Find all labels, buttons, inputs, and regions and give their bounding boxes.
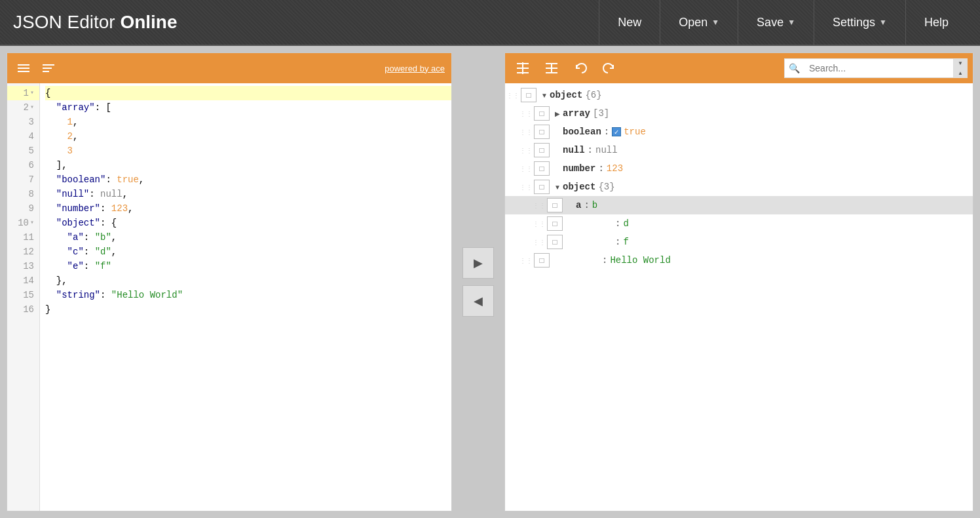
main-content: powered by ace 1▾ 2▾ 3 4 5 6 7 8 9 10▾ 1… xyxy=(0,46,980,518)
tree-row-null[interactable]: ⋮⋮ □ null : null xyxy=(505,141,973,159)
toggle-icon[interactable]: ▼ xyxy=(552,184,563,191)
code-line-9: "number": 123, xyxy=(45,201,451,216)
tree-row-c[interactable]: ⋮⋮ □ : d xyxy=(505,214,973,233)
left-arrow-button[interactable]: ◀ xyxy=(462,285,494,317)
row-val: f xyxy=(623,237,628,247)
code-editor[interactable]: 1▾ 2▾ 3 4 5 6 7 8 9 10▾ 11 12 13 14 15 1… xyxy=(7,83,451,511)
row-icon[interactable]: □ xyxy=(534,253,550,268)
drag-handle[interactable]: ⋮⋮ xyxy=(518,147,534,154)
drag-handle[interactable]: ⋮⋮ xyxy=(531,202,547,209)
line-num-16: 16 xyxy=(7,302,39,317)
row-val: Hello World xyxy=(610,255,670,266)
right-panel: 🔍 ▼ ▲ ⋮⋮ □ ▼ object {6} ⋮⋮ □ ▶ xyxy=(504,52,973,511)
help-button[interactable]: Help xyxy=(905,0,967,45)
collapse-all-button[interactable] xyxy=(539,58,564,78)
save-button[interactable]: Save ▼ xyxy=(738,0,814,45)
tree-view[interactable]: ⋮⋮ □ ▼ object {6} ⋮⋮ □ ▶ array [3] ⋮⋮ □ … xyxy=(505,83,973,511)
search-box: 🔍 ▼ ▲ xyxy=(784,58,968,78)
row-val: {3} xyxy=(598,182,614,192)
row-icon[interactable]: □ xyxy=(534,143,550,157)
row-colon: : xyxy=(604,127,609,137)
line-num-10: 10▾ xyxy=(7,216,39,230)
tree-row-boolean[interactable]: ⋮⋮ □ boolean : ✓ true xyxy=(505,123,973,141)
row-key: null xyxy=(563,145,585,155)
undo-button[interactable] xyxy=(568,58,593,78)
code-line-6: ], xyxy=(45,158,451,172)
row-icon[interactable]: □ xyxy=(534,125,550,139)
row-icon[interactable]: □ xyxy=(534,180,550,194)
undo-icon xyxy=(573,61,588,75)
row-colon: : xyxy=(584,200,589,210)
row-key: array xyxy=(563,108,590,119)
format-button[interactable] xyxy=(14,62,33,75)
row-icon[interactable]: □ xyxy=(521,88,537,102)
tree-row-e[interactable]: ⋮⋮ □ : f xyxy=(505,233,973,251)
line-num-5: 5 xyxy=(7,144,39,158)
right-arrow-button[interactable]: ▶ xyxy=(462,247,494,279)
row-val: null xyxy=(595,145,618,155)
tree-row-string[interactable]: ⋮⋮ □ : Hello World xyxy=(505,251,973,269)
toggle-icon[interactable]: ▶ xyxy=(552,110,563,117)
tree-row-root[interactable]: ⋮⋮ □ ▼ object {6} xyxy=(505,86,973,104)
row-colon: : xyxy=(598,163,603,174)
tree-row-a[interactable]: ⋮⋮ □ a : b xyxy=(505,196,973,214)
row-val: d xyxy=(623,218,628,229)
expand-all-button[interactable] xyxy=(510,58,535,78)
drag-handle[interactable]: ⋮⋮ xyxy=(518,184,534,191)
row-icon[interactable]: □ xyxy=(534,106,550,121)
save-label: Save xyxy=(757,16,783,30)
code-line-12: "c": "d", xyxy=(45,245,451,259)
row-key: object xyxy=(550,90,582,100)
code-line-4: 2, xyxy=(45,129,451,144)
drag-handle[interactable]: ⋮⋮ xyxy=(518,165,534,172)
row-icon[interactable]: □ xyxy=(547,198,563,212)
row-icon[interactable]: □ xyxy=(547,235,563,249)
code-lines[interactable]: { "array": [ 1, 2, 3 ], "boolean": true,… xyxy=(40,83,451,511)
row-key: number xyxy=(563,163,595,174)
settings-label: Settings xyxy=(833,16,875,30)
settings-button[interactable]: Settings ▼ xyxy=(814,0,905,45)
line-num-4: 4 xyxy=(7,129,39,144)
app-title-normal: JSON Editor xyxy=(13,12,120,32)
code-line-13: "e": "f" xyxy=(45,259,451,273)
line-num-3: 3 xyxy=(7,115,39,129)
redo-button[interactable] xyxy=(597,58,622,78)
powered-by-link[interactable]: powered by ace xyxy=(385,64,445,73)
tree-row-number[interactable]: ⋮⋮ □ number : 123 xyxy=(505,159,973,178)
open-button[interactable]: Open ▼ xyxy=(660,0,738,45)
new-button[interactable]: New xyxy=(599,0,660,45)
toggle-icon[interactable]: ▼ xyxy=(539,92,550,99)
row-val: {6} xyxy=(585,90,601,100)
code-line-1: { xyxy=(45,86,451,100)
search-up-button[interactable]: ▲ xyxy=(954,68,967,78)
line-num-6: 6 xyxy=(7,158,39,172)
row-icon[interactable]: □ xyxy=(534,161,550,176)
boolean-checkbox[interactable]: ✓ xyxy=(612,127,621,136)
line-num-9: 9 xyxy=(7,201,39,216)
code-line-5: 3 xyxy=(45,144,451,158)
code-line-10: "object": { xyxy=(45,216,451,230)
drag-handle[interactable]: ⋮⋮ xyxy=(531,220,547,228)
tree-row-object[interactable]: ⋮⋮ □ ▼ object {3} xyxy=(505,178,973,196)
line-numbers: 1▾ 2▾ 3 4 5 6 7 8 9 10▾ 11 12 13 14 15 1… xyxy=(7,83,40,511)
code-line-11: "a": "b", xyxy=(45,230,451,245)
expand-all-icon xyxy=(516,61,530,75)
drag-handle[interactable]: ⋮⋮ xyxy=(531,239,547,246)
drag-handle[interactable]: ⋮⋮ xyxy=(518,129,534,136)
code-line-8: "null": null, xyxy=(45,187,451,201)
row-icon[interactable]: □ xyxy=(547,216,563,231)
tree-row-array[interactable]: ⋮⋮ □ ▶ array [3] xyxy=(505,104,973,123)
toggle-spacer xyxy=(552,129,563,136)
toggle-spacer xyxy=(552,257,563,264)
drag-handle[interactable]: ⋮⋮ xyxy=(518,110,534,117)
line-num-14: 14 xyxy=(7,273,39,288)
line-num-8: 8 xyxy=(7,187,39,201)
drag-handle[interactable]: ⋮⋮ xyxy=(518,257,534,264)
row-key: boolean xyxy=(563,127,601,137)
search-down-button[interactable]: ▼ xyxy=(954,58,967,68)
drag-handle[interactable]: ⋮⋮ xyxy=(505,92,521,99)
search-nav-arrows: ▼ ▲ xyxy=(953,58,967,78)
search-input[interactable] xyxy=(804,63,953,73)
compact-button[interactable] xyxy=(39,62,58,75)
code-line-15: "string": "Hello World" xyxy=(45,288,451,302)
